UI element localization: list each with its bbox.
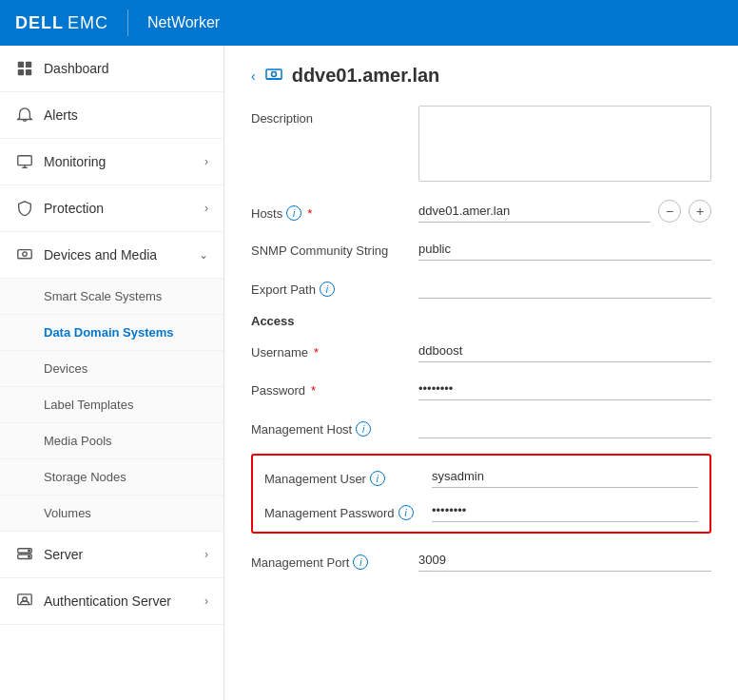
mgmt-user-info-icon[interactable]: i: [370, 471, 385, 486]
page-domain-icon: [263, 66, 284, 87]
mgmt-password-input[interactable]: [432, 499, 698, 522]
alerts-icon: [15, 106, 34, 125]
mgmt-port-info-icon[interactable]: i: [353, 554, 368, 570]
svg-rect-2: [18, 69, 24, 75]
description-input[interactable]: [418, 106, 711, 182]
sidebar-subitem-volumes[interactable]: Volumes: [0, 496, 223, 532]
export-path-row: Export Path i: [251, 276, 711, 299]
sidebar-item-auth-server[interactable]: Authentication Server ›: [0, 578, 223, 625]
protection-icon: [15, 199, 34, 218]
sidebar-item-protection[interactable]: Protection ›: [0, 185, 223, 232]
server-chevron: ›: [204, 548, 208, 561]
protection-chevron: ›: [204, 202, 208, 215]
dashboard-icon: [15, 59, 34, 78]
mgmt-port-input-area: [418, 549, 711, 572]
hosts-input-area: − +: [418, 200, 711, 223]
sidebar-subitem-devices[interactable]: Devices: [0, 351, 223, 387]
management-highlight-box: Management User i Management Password i: [251, 454, 711, 534]
server-icon: [15, 545, 34, 564]
svg-point-17: [271, 71, 276, 76]
sidebar-subitem-smart-scale[interactable]: Smart Scale Systems: [0, 279, 223, 315]
sidebar-item-alerts[interactable]: Alerts: [0, 92, 223, 139]
hosts-input-row: − +: [418, 200, 711, 223]
sidebar-item-monitoring[interactable]: Monitoring ›: [0, 139, 223, 185]
sidebar: Dashboard Alerts Monitoring ›: [0, 46, 224, 700]
monitoring-icon: [15, 152, 34, 171]
description-input-area: [418, 106, 711, 185]
sidebar-label-devices-media: Devices and Media: [44, 247, 189, 262]
export-path-input-area: [418, 276, 711, 299]
username-required: *: [314, 345, 319, 360]
mgmt-user-row: Management User i: [264, 465, 698, 488]
brand-emc: EMC: [68, 13, 108, 33]
snmp-input[interactable]: [418, 238, 711, 261]
topbar: DELL EMC NetWorker: [0, 0, 738, 46]
sidebar-subitems: Smart Scale Systems Data Domain Systems …: [0, 279, 223, 532]
sidebar-subitem-media-pools[interactable]: Media Pools: [0, 423, 223, 459]
back-button[interactable]: ‹: [251, 68, 256, 84]
description-row: Description: [251, 106, 711, 185]
mgmt-user-input[interactable]: [432, 465, 698, 488]
mgmt-host-row: Management Host i: [251, 416, 711, 438]
sidebar-item-devices-media[interactable]: Devices and Media ⌄: [0, 232, 223, 279]
sidebar-label-server: Server: [44, 547, 195, 562]
password-required: *: [311, 383, 316, 398]
hosts-row: Hosts i * − +: [251, 200, 711, 223]
sidebar-label-auth-server: Authentication Server: [44, 593, 195, 609]
mgmt-user-input-area: [432, 465, 698, 488]
brand-dell: DELL: [15, 13, 64, 33]
sidebar-subitem-data-domain[interactable]: Data Domain Systems: [0, 315, 223, 351]
sidebar-subitem-storage-nodes[interactable]: Storage Nodes: [0, 459, 223, 496]
username-row: Username *: [251, 340, 711, 362]
mgmt-port-label: Management Port i: [251, 549, 403, 570]
hosts-required: *: [307, 206, 312, 221]
mgmt-port-input[interactable]: [418, 549, 711, 572]
password-input-area: [418, 378, 711, 400]
main-layout: Dashboard Alerts Monitoring ›: [0, 46, 738, 700]
topbar-divider: [127, 10, 128, 36]
svg-point-8: [23, 252, 28, 257]
auth-server-chevron: ›: [204, 594, 208, 608]
sidebar-label-dashboard: Dashboard: [44, 61, 208, 76]
mgmt-password-row: Management Password i: [264, 499, 698, 522]
svg-rect-1: [26, 62, 31, 68]
mgmt-host-label: Management Host i: [251, 416, 403, 437]
sidebar-label-protection: Protection: [44, 201, 195, 216]
mgmt-port-row: Management Port i: [251, 549, 711, 572]
mgmt-password-info-icon[interactable]: i: [398, 505, 414, 520]
mgmt-password-input-area: [432, 499, 698, 522]
sidebar-label-alerts: Alerts: [44, 107, 208, 123]
svg-rect-16: [266, 69, 282, 79]
sidebar-item-dashboard[interactable]: Dashboard: [0, 46, 223, 92]
svg-rect-4: [18, 156, 31, 165]
export-path-input[interactable]: [418, 276, 711, 299]
svg-rect-7: [18, 250, 31, 259]
description-label: Description: [251, 106, 403, 126]
svg-rect-0: [18, 62, 24, 68]
hosts-info-icon[interactable]: i: [286, 205, 301, 221]
page-title: ddve01.amer.lan: [292, 65, 440, 87]
hosts-input[interactable]: [418, 200, 651, 223]
export-path-info-icon[interactable]: i: [320, 282, 335, 297]
page-header: ‹ ddve01.amer.lan: [251, 65, 711, 87]
export-path-label: Export Path i: [251, 276, 403, 297]
remove-host-button[interactable]: −: [658, 200, 681, 223]
sidebar-label-monitoring: Monitoring: [44, 154, 195, 169]
mgmt-host-input[interactable]: [418, 416, 711, 438]
mgmt-password-label: Management Password i: [264, 499, 417, 520]
add-host-button[interactable]: +: [689, 200, 711, 223]
sidebar-subitem-label-templates[interactable]: Label Templates: [0, 387, 223, 423]
snmp-row: SNMP Community String: [251, 238, 711, 261]
devices-media-icon: [15, 245, 34, 264]
snmp-label: SNMP Community String: [251, 238, 403, 258]
svg-point-13: [29, 555, 30, 557]
mgmt-host-info-icon[interactable]: i: [356, 421, 371, 437]
username-label: Username *: [251, 340, 403, 360]
svg-point-12: [29, 550, 30, 552]
sidebar-item-server[interactable]: Server ›: [0, 532, 223, 578]
auth-icon: [15, 592, 34, 611]
app-name: NetWorker: [147, 14, 220, 31]
password-input[interactable]: [418, 378, 711, 400]
username-input[interactable]: [418, 340, 711, 362]
hosts-label: Hosts i *: [251, 200, 403, 221]
